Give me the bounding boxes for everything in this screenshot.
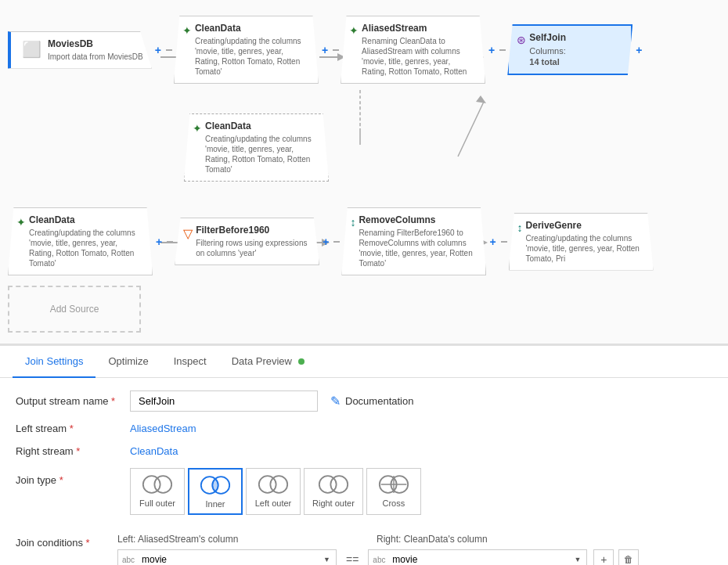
canvas-area: ⬜ MoviesDB Import data from MoviesDB + ✦… bbox=[0, 0, 728, 344]
arrow-2 bbox=[333, 49, 339, 51]
venn-cross-icon bbox=[378, 473, 409, 495]
source-icon: ⬜ bbox=[22, 40, 41, 59]
node-selfjoin[interactable]: ⊛ SelfJoin Columns:14 total bbox=[507, 24, 632, 76]
clean-icon-2: ✦ bbox=[193, 122, 202, 135]
doc-label: Documentation bbox=[345, 395, 413, 407]
clean-icon-3: ✦ bbox=[16, 216, 26, 229]
tab-inspect[interactable]: Inspect bbox=[161, 346, 219, 378]
join-btn-cross[interactable]: Cross bbox=[366, 468, 421, 515]
arrow-5 bbox=[333, 241, 340, 243]
svg-marker-8 bbox=[476, 95, 486, 103]
arrow-6 bbox=[501, 241, 507, 243]
app-container: ⬜ MoviesDB Import data from MoviesDB + ✦… bbox=[0, 0, 728, 565]
join-btn-left-outer-label: Left outer bbox=[255, 498, 291, 508]
join-type-row: Join type Full outer bbox=[16, 468, 712, 515]
add-condition-button[interactable]: + bbox=[593, 549, 614, 565]
plus-after-moviesdb[interactable]: + bbox=[155, 44, 161, 56]
venn-right-outer-icon bbox=[318, 473, 349, 495]
node-cleandata1[interactable]: ✦ CleanData Creating/updating the column… bbox=[174, 16, 319, 84]
node-removecolumns-title: RemoveColumns bbox=[359, 214, 478, 225]
tab-join-settings[interactable]: Join Settings bbox=[13, 346, 96, 378]
node-cleandata3-desc: Creating/updating the columns 'movie, ti… bbox=[29, 228, 144, 268]
node-cleandata1-desc: Creating/updating the columns 'movie, ti… bbox=[195, 36, 310, 77]
join-btn-full-outer-label: Full outer bbox=[139, 498, 175, 508]
node-aliasedstream-desc: Renaming CleanData to AliasedStream with… bbox=[362, 36, 477, 77]
condition-actions: + 🗑 bbox=[593, 549, 639, 565]
derive-icon: ↕ bbox=[517, 221, 523, 234]
node-cleandata3-title: CleanData bbox=[29, 214, 144, 225]
node-derivegenre-title: DeriveGenre bbox=[526, 220, 645, 231]
clean-icon-1: ✦ bbox=[182, 24, 192, 37]
arrow-4 bbox=[167, 241, 173, 243]
delete-condition-button[interactable]: 🗑 bbox=[618, 549, 639, 565]
left-stream-row: Left stream AliasedStream bbox=[16, 423, 712, 434]
svg-point-20 bbox=[270, 476, 287, 493]
join-icon: ⊛ bbox=[517, 34, 526, 46]
node-filterbefore1960[interactable]: ▽ FilterBefore1960 Filtering rows using … bbox=[175, 218, 319, 265]
right-column-select-wrapper: movie bbox=[368, 549, 587, 565]
add-source-box[interactable]: Add Source bbox=[8, 286, 141, 333]
svg-point-22 bbox=[330, 476, 348, 493]
pipeline-row-2: ✦ CleanData Creating/updating the column… bbox=[184, 113, 329, 182]
equals-operator: == bbox=[343, 553, 362, 565]
join-btn-inner[interactable]: Inner bbox=[188, 468, 243, 515]
tab-optimize[interactable]: Optimize bbox=[96, 346, 160, 378]
left-column-select[interactable]: movie bbox=[117, 549, 337, 565]
documentation-link[interactable]: ✎ Documentation bbox=[330, 394, 413, 408]
output-stream-input[interactable] bbox=[130, 390, 318, 412]
plus-after-aliasedstream[interactable]: + bbox=[488, 44, 495, 56]
node-moviesdb-title: MoviesDB bbox=[48, 38, 143, 49]
filter-icon: ▽ bbox=[183, 226, 193, 241]
left-column-select-wrapper: movie bbox=[117, 549, 337, 565]
join-types-group: Full outer Inner bbox=[130, 468, 421, 515]
node-moviesdb[interactable]: ⬜ MoviesDB Import data from MoviesDB bbox=[8, 31, 152, 69]
rename-icon: ↕ bbox=[350, 216, 355, 229]
join-btn-cross-label: Cross bbox=[382, 498, 405, 508]
join-btn-right-outer[interactable]: Right outer bbox=[304, 468, 363, 515]
node-cleandata2[interactable]: ✦ CleanData Creating/updating the column… bbox=[184, 113, 329, 182]
bottom-panel: Join Settings Optimize Inspect Data Prev… bbox=[0, 344, 728, 565]
output-stream-row: Output stream name ✎ Documentation bbox=[16, 390, 712, 412]
data-preview-dot bbox=[298, 358, 305, 365]
left-stream-label: Left stream bbox=[16, 423, 117, 434]
join-btn-full-outer[interactable]: Full outer bbox=[130, 468, 185, 515]
node-selfjoin-title: SelfJoin bbox=[529, 32, 566, 43]
join-btn-right-outer-label: Right outer bbox=[312, 498, 355, 508]
plus-after-cleandata3[interactable]: + bbox=[156, 236, 162, 248]
node-cleandata2-desc: Creating/updating the columns 'movie, ti… bbox=[205, 134, 320, 175]
right-stream-value[interactable]: CleanData bbox=[130, 445, 178, 457]
add-source-label: Add Source bbox=[50, 304, 99, 315]
doc-icon: ✎ bbox=[330, 394, 341, 408]
plus-after-cleandata1[interactable]: + bbox=[322, 44, 328, 56]
form-content: Output stream name ✎ Documentation Left … bbox=[0, 378, 728, 534]
right-stream-row: Right stream CleanData bbox=[16, 445, 712, 457]
left-col-header: Left: AliasedStream's column bbox=[117, 534, 341, 545]
join-type-label: Join type bbox=[16, 468, 117, 486]
tabs-bar: Join Settings Optimize Inspect Data Prev… bbox=[0, 346, 728, 378]
tab-data-preview[interactable]: Data Preview bbox=[219, 346, 317, 378]
node-aliasedstream-title: AliasedStream bbox=[362, 23, 477, 34]
arrow-3 bbox=[499, 49, 506, 51]
right-column-select[interactable]: movie bbox=[368, 549, 587, 565]
node-cleandata1-title: CleanData bbox=[195, 23, 310, 34]
join-btn-left-outer[interactable]: Left outer bbox=[246, 468, 301, 515]
plus-after-filter[interactable]: + bbox=[323, 236, 329, 248]
venn-full-outer-icon bbox=[142, 473, 173, 495]
node-aliasedstream[interactable]: ✦ AliasedStream Renaming CleanData to Al… bbox=[341, 16, 485, 84]
venn-inner-icon bbox=[200, 474, 231, 496]
node-cleandata3[interactable]: ✦ CleanData Creating/updating the column… bbox=[8, 207, 153, 275]
node-filter-desc: Filtering rows using expressions on colu… bbox=[196, 238, 311, 258]
pipeline-row-1: ⬜ MoviesDB Import data from MoviesDB + ✦… bbox=[8, 16, 645, 84]
node-moviesdb-desc: Import data from MoviesDB bbox=[48, 52, 143, 62]
pipeline-row-3: ✦ CleanData Creating/updating the column… bbox=[8, 207, 654, 275]
node-derivegenre-desc: Creating/updating the columns 'movie, ti… bbox=[526, 233, 645, 264]
join-btn-inner-label: Inner bbox=[205, 499, 225, 509]
plus-after-selfjoin[interactable]: + bbox=[636, 44, 642, 56]
conditions-area: Join conditions Left: AliasedStream's co… bbox=[0, 534, 728, 565]
plus-after-removecolumns[interactable]: + bbox=[489, 236, 496, 248]
node-removecolumns[interactable]: ↕ RemoveColumns Renaming FilterBefore196… bbox=[341, 207, 486, 275]
left-stream-value[interactable]: AliasedStream bbox=[130, 423, 196, 434]
alias-icon: ✦ bbox=[349, 24, 359, 37]
add-source-area[interactable]: Add Source bbox=[8, 286, 141, 333]
node-derivegenre[interactable]: ↕ DeriveGenre Creating/updating the colu… bbox=[509, 213, 654, 271]
